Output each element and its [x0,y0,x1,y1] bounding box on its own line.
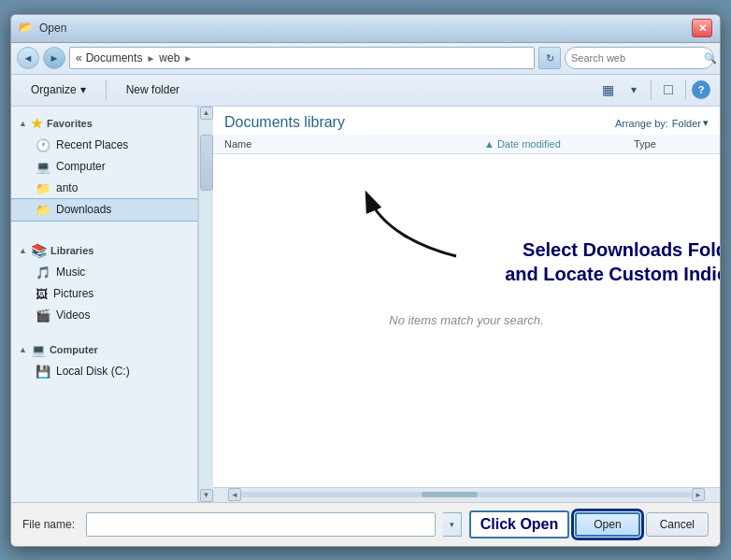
organize-arrow: ▾ [80,83,86,96]
path-arrow-1: ► [146,53,155,64]
address-bar: ◄ ► « Documents ► web ► ↻ 🔍 [11,43,720,75]
search-input[interactable] [571,52,700,64]
refresh-button[interactable]: ↻ [538,47,561,69]
sidebar-section-libraries: ▲ 📚 Libraries 🎵 Music 🖼 Pictures 🎬 [11,239,197,326]
library-title: Documents library [224,114,345,131]
arrange-by-label: Arrange by: [615,118,668,129]
arrange-arrow: ▾ [703,117,709,129]
path-arrow-2: ► [183,53,193,64]
search-box[interactable]: 🔍 [565,47,714,69]
view-button[interactable]: ▦ [596,79,619,101]
path-web: web [159,51,179,65]
filename-dropdown-btn[interactable]: ▾ [443,512,462,537]
new-folder-button[interactable]: New folder [116,78,190,102]
open-button[interactable]: Open [575,512,639,537]
hscroll-track[interactable] [241,492,692,497]
footer-buttons: Click Open Open Cancel [469,510,709,538]
click-open-label: Click Open [469,510,570,538]
toolbar: Organize ▾ New folder ▦ ▾ □ ? [11,75,720,107]
close-button[interactable]: ✕ [692,19,712,37]
footer: File name: ▾ Click Open Open Cancel [11,502,720,546]
file-name-label: File name: [22,518,75,531]
sidebar-label-libraries: Libraries [50,245,93,256]
scroll-thumb[interactable] [200,135,213,191]
search-icon: 🔍 [704,52,717,65]
sidebar-label-favorites: Favorites [47,118,93,129]
dialog-title: Open [39,22,692,35]
chevron-libraries: ▲ [19,246,27,255]
pictures-icon: 🖼 [36,287,48,301]
sidebar-item-pictures[interactable]: 🖼 Pictures [11,283,197,305]
path-part-1: « [76,51,82,65]
scroll-up-btn[interactable]: ▲ [200,107,213,120]
help-button[interactable]: ? [692,80,710,99]
hscroll-thumb[interactable] [422,492,478,497]
sidebar-label-computer: Computer [50,344,98,355]
music-label: Music [56,266,85,279]
empty-message: No items match your search. [389,313,543,327]
address-path[interactable]: « Documents ► web ► [69,47,535,69]
toolbar-right: ▦ ▾ □ ? [596,79,710,101]
back-button[interactable]: ◄ [17,47,39,69]
sidebar-item-local-disk[interactable]: 💾 Local Disk (C:) [11,361,197,382]
cancel-button[interactable]: Cancel [646,512,709,537]
toolbar-sep-2 [651,79,652,100]
computer-fav-icon: 💻 [36,160,50,174]
recent-places-icon: 🕐 [36,138,50,152]
organize-button[interactable]: Organize ▾ [21,78,96,102]
new-folder-label: New folder [126,83,179,96]
computer-fav-label: Computer [56,160,106,173]
local-disk-icon: 💾 [36,365,50,379]
file-name-input[interactable] [86,512,436,537]
sidebar-item-computer-fav[interactable]: 💻 Computer [11,156,197,178]
libraries-icon: 📚 [31,243,47,258]
computer-icon: 💻 [31,343,46,357]
open-dialog: 📂 Open ✕ ◄ ► « Documents ► web ► ↻ 🔍 Org… [10,14,721,547]
sidebar-item-downloads[interactable]: 📁 Downloads [11,199,197,221]
downloads-label: Downloads [56,203,111,216]
local-disk-label: Local Disk (C:) [56,365,130,378]
anto-label: anto [56,181,78,194]
organize-label: Organize [31,83,77,96]
hscroll-left-btn[interactable]: ◄ [228,488,241,501]
anto-icon: 📁 [36,181,50,195]
sidebar-header-libraries[interactable]: ▲ 📚 Libraries [11,239,197,262]
dialog-icon: 📂 [19,21,34,36]
pictures-label: Pictures [53,287,93,300]
scroll-down-btn[interactable]: ▼ [200,489,213,502]
sidebar-wrapper: ▲ ★ Favorites 🕐 Recent Places 💻 Computer… [11,107,213,502]
music-icon: 🎵 [36,266,50,280]
sidebar: ▲ ★ Favorites 🕐 Recent Places 💻 Computer… [11,107,198,502]
sidebar-scrollbar[interactable]: ▲ ▼ [198,107,213,502]
arrange-value[interactable]: Folder ▾ [672,117,709,129]
videos-label: Videos [56,309,90,322]
favorites-star-icon: ★ [31,116,43,131]
sidebar-item-videos[interactable]: 🎬 Videos [11,305,197,326]
view-arrow-button[interactable]: ▾ [623,79,645,101]
videos-icon: 🎬 [36,309,50,323]
recent-places-label: Recent Places [56,138,128,151]
toolbar-separator [106,79,107,100]
col-date[interactable]: ▲ Date modified [484,138,634,150]
col-type: Type [634,138,709,150]
sidebar-section-favorites: ▲ ★ Favorites 🕐 Recent Places 💻 Computer… [11,112,197,221]
forward-button[interactable]: ► [43,47,65,69]
sidebar-item-anto[interactable]: 📁 anto [11,178,197,199]
path-documents: Documents [86,51,143,65]
sidebar-section-computer: ▲ 💻 Computer 💾 Local Disk (C:) [11,339,197,382]
layout-button[interactable]: □ [657,79,680,101]
title-bar: 📂 Open ✕ [11,15,720,43]
sidebar-header-computer[interactable]: ▲ 💻 Computer [11,339,197,361]
column-headers: Name ▲ Date modified Type [213,135,720,154]
content-body: No items match your search. [213,154,720,487]
sidebar-item-recent-places[interactable]: 🕐 Recent Places [11,135,197,156]
chevron-favorites: ▲ [19,119,27,128]
toolbar-sep-3 [685,79,686,100]
hscroll-right-btn[interactable]: ► [692,488,705,501]
downloads-icon: 📁 [36,203,50,217]
horizontal-scrollbar[interactable]: ◄ ► [213,487,720,502]
sidebar-header-favorites[interactable]: ▲ ★ Favorites [11,112,197,135]
sidebar-item-music[interactable]: 🎵 Music [11,262,197,283]
arrange-controls: Arrange by: Folder ▾ [615,117,709,129]
col-name: Name [224,138,484,150]
